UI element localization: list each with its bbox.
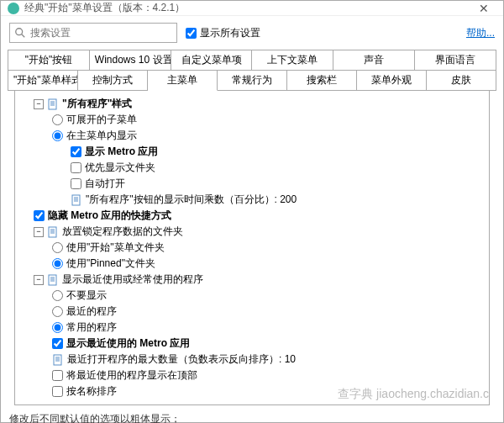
tree-item[interactable]: −放置锁定程序数据的文件夹 [18,224,486,240]
search-input[interactable] [9,23,177,43]
tree-item[interactable]: 优先显示文件夹 [18,160,486,176]
settings-window: 经典"开始"菜单设置（版本：4.2.1） ✕ 显示所有设置 帮助... "开始"… [0,0,504,423]
tree-item-label: 使用"Pinned"文件夹 [66,256,155,271]
check-input[interactable] [52,370,63,381]
tab[interactable]: 主菜单 [148,70,218,91]
tab[interactable]: 声音 [333,50,415,70]
tree-item-label: 最近的程序 [66,304,117,319]
tab[interactable]: 搜索栏 [287,70,357,91]
titlebar: 经典"开始"菜单设置（版本：4.2.1） ✕ [1,1,503,16]
tree-item-label: 使用"开始"菜单文件夹 [66,241,165,255]
doc-icon [47,98,59,110]
tree-item-label: 显示最近使用的 Metro 应用 [66,336,190,351]
tree-item[interactable]: −显示最近使用或经常使用的程序 [18,272,486,288]
footer-note: 修改后不同默认值的选项以粗体显示； 右键点击选项显示操作菜单 [1,410,503,423]
tab[interactable]: 上下文菜单 [252,50,333,70]
radio-input[interactable] [52,258,63,269]
tree-item-label: 优先显示文件夹 [85,161,155,175]
check-input[interactable] [52,386,63,397]
check-input[interactable] [71,146,81,157]
tree-item-label: 在主菜单内显示 [66,129,137,143]
tree-item[interactable]: 显示 Metro 应用 [18,144,486,160]
check-input[interactable] [34,210,45,221]
tree-item[interactable]: −"所有程序"样式 [18,96,486,112]
tree-item-label: 显示最近使用或经常使用的程序 [62,272,203,287]
radio-input[interactable] [52,242,63,253]
tree-item-label: 常用的程序 [66,320,117,335]
show-all-checkbox[interactable]: 显示所有设置 [186,26,458,40]
tab[interactable]: "开始"菜单样式 [8,70,78,91]
footer-note-line1: 修改后不同默认值的选项以粗体显示； [9,412,495,423]
radio-input[interactable] [52,130,63,141]
top-row: 显示所有设置 帮助... [1,16,503,50]
radio-input[interactable] [52,290,63,301]
tab[interactable]: 菜单外观 [357,70,427,91]
tabs-area: "开始"按钮Windows 10 设置自定义菜单项上下文菜单声音界面语言 "开始… [1,50,503,410]
tree-item[interactable]: 常用的程序 [18,320,486,336]
check-input[interactable] [52,338,63,349]
radio-input[interactable] [52,306,63,317]
window-title: 经典"开始"菜单设置（版本：4.2.1） [24,1,471,15]
tree-item-label: 自动打开 [85,177,125,191]
tree-item-label: 按名称排序 [66,384,117,399]
close-button[interactable]: ✕ [471,2,496,15]
tab[interactable]: "开始"按钮 [8,50,90,70]
search-wrap [9,23,177,43]
tree-item-label: 放置锁定程序数据的文件夹 [62,225,183,239]
check-input[interactable] [71,162,81,173]
tree-item[interactable]: 使用"开始"菜单文件夹 [18,240,486,256]
tree-item[interactable]: 自动打开 [18,176,486,192]
radio-input[interactable] [52,322,63,333]
check-input[interactable] [71,178,81,189]
tree-item[interactable]: 最近的程序 [18,304,486,320]
tree-item[interactable]: 最近打开程序的最大数量（负数表示反向排序）: 10 [18,352,486,367]
tree-item[interactable]: "所有程序"按钮的显示时间乘数（百分比）: 200 [18,192,486,208]
search-icon [14,27,26,39]
tab[interactable]: 皮肤 [427,70,496,91]
svg-rect-2 [49,99,56,109]
tree-item-label: 将最近使用的程序显示在顶部 [66,368,197,383]
tree-item-label: 最近打开程序的最大数量（负数表示反向排序）: 10 [67,352,296,367]
tab[interactable]: 控制方式 [78,70,148,91]
tree-item-label: 不要显示 [66,288,107,303]
tree-item-label: "所有程序"按钮的显示时间乘数（百分比）: 200 [86,193,297,207]
app-icon [8,3,19,14]
tree-item[interactable]: 隐藏 Metro 应用的快捷方式 [18,208,486,224]
tabs-row-1: "开始"按钮Windows 10 设置自定义菜单项上下文菜单声音界面语言 [8,50,496,70]
svg-rect-18 [54,355,61,365]
tree-item[interactable]: 将最近使用的程序显示在顶部 [18,367,486,383]
svg-line-1 [22,34,25,38]
tree-item[interactable]: 在主菜单内显示 [18,128,486,144]
tree-item[interactable]: 显示最近使用的 Metro 应用 [18,336,486,352]
show-all-input[interactable] [186,28,197,39]
svg-rect-10 [49,227,56,237]
tree-item[interactable]: 不要显示 [18,288,486,304]
doc-icon [71,194,82,206]
tree-item[interactable]: 使用"Pinned"文件夹 [18,256,486,272]
tree-item-label: 可展开的子菜单 [66,113,137,127]
radio-input[interactable] [52,114,63,125]
tab[interactable]: 自定义菜单项 [171,50,253,70]
doc-icon [47,274,59,286]
tabs-row-2: "开始"菜单样式控制方式主菜单常规行为搜索栏菜单外观皮肤 [8,70,496,91]
tree-content[interactable]: −"所有程序"样式可展开的子菜单在主菜单内显示显示 Metro 应用优先显示文件… [14,91,490,405]
doc-icon [52,354,64,366]
tree-item-label: "所有程序"样式 [62,97,132,111]
doc-icon [47,226,59,238]
help-link[interactable]: 帮助... [466,26,495,40]
expand-toggle[interactable]: − [34,99,44,109]
svg-point-0 [16,29,23,35]
svg-rect-14 [49,275,56,285]
svg-rect-6 [72,195,80,205]
tab[interactable]: Windows 10 设置 [90,50,171,70]
expand-toggle[interactable]: − [34,227,44,237]
tree-item-label: 显示 Metro 应用 [85,145,158,159]
expand-toggle[interactable]: − [34,275,44,285]
tree-item[interactable]: 按名称排序 [18,383,486,399]
tab[interactable]: 界面语言 [415,50,496,70]
show-all-label: 显示所有设置 [200,26,260,40]
tree-item-label: 隐藏 Metro 应用的快捷方式 [48,209,171,223]
tree-item[interactable]: 可展开的子菜单 [18,112,486,128]
tab[interactable]: 常规行为 [218,70,287,91]
